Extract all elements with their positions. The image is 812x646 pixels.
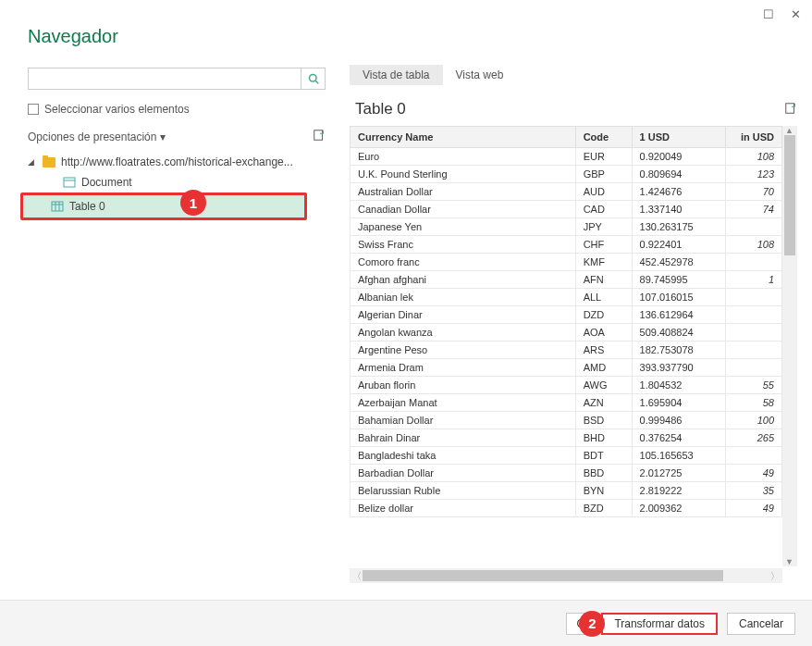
column-currency-name[interactable]: Currency Name	[351, 127, 576, 148]
multi-select-checkbox[interactable]	[28, 104, 39, 115]
table-row[interactable]: Algerian DinarDZD136.612964	[351, 306, 782, 324]
svg-rect-2	[314, 130, 323, 141]
cell-name: Barbadian Dollar	[351, 465, 576, 482]
tree-root[interactable]: ◢ http://www.floatrates.com/historical-e…	[28, 152, 326, 172]
cell-code: AZN	[575, 394, 632, 412]
tree-item-table0[interactable]: Table 0	[20, 193, 307, 220]
scroll-thumb[interactable]	[784, 135, 795, 255]
cell-inusd	[726, 306, 782, 324]
cell-name: Bangladeshi taka	[351, 447, 576, 465]
cell-name: Canadian Dollar	[351, 201, 576, 218]
table-row[interactable]: Australian DollarAUD1.42467670	[351, 183, 782, 201]
tree-item-label: Document	[81, 176, 132, 189]
scroll-down-icon[interactable]: ▼	[785, 557, 794, 566]
table-row[interactable]: Bangladeshi takaBDT105.165653	[351, 447, 782, 465]
cell-code: ALL	[575, 289, 632, 306]
cell-inusd: 1	[726, 271, 782, 289]
scroll-left-icon[interactable]: 〈	[352, 570, 362, 583]
column-code[interactable]: Code	[575, 127, 632, 148]
cell-inusd: 49	[726, 465, 782, 482]
transform-data-button[interactable]: Transformar datos	[601, 613, 718, 635]
tab-web-view[interactable]: Vista web	[443, 65, 517, 85]
tab-table-view[interactable]: Vista de tabla	[350, 65, 443, 85]
cell-usd: 509.408824	[632, 324, 726, 342]
cell-usd: 0.809694	[632, 166, 726, 183]
cell-usd: 1.695904	[632, 394, 726, 412]
page-title: Navegador	[28, 26, 326, 47]
table-row[interactable]: Bahrain DinarBHD0.376254265	[351, 429, 782, 447]
cell-usd: 105.165653	[632, 447, 726, 465]
maximize-button[interactable]: ☐	[763, 7, 774, 21]
view-tabs: Vista de tabla Vista web	[350, 65, 797, 85]
cell-name: Angolan kwanza	[351, 324, 576, 342]
table-row[interactable]: Canadian DollarCAD1.33714074	[351, 201, 782, 218]
cell-usd: 0.999486	[632, 412, 726, 429]
table-row[interactable]: EuroEUR0.920049108	[351, 148, 782, 166]
column-inusd[interactable]: in USD	[726, 127, 782, 148]
cell-code: AOA	[575, 324, 632, 342]
table-row[interactable]: Comoro francKMF452.452978	[351, 254, 782, 271]
refresh-table-icon[interactable]	[784, 102, 797, 118]
cell-code: AUD	[575, 183, 632, 201]
cell-name: Algerian Dinar	[351, 306, 576, 324]
cell-inusd: 70	[726, 183, 782, 201]
table-row[interactable]: Japanese YenJPY130.263175	[351, 218, 782, 236]
cell-inusd	[726, 324, 782, 342]
table-row[interactable]: Belize dollarBZD2.00936249	[351, 500, 782, 517]
cell-code: CAD	[575, 201, 632, 218]
scroll-up-icon[interactable]: ▲	[785, 126, 794, 135]
table-row[interactable]: Angolan kwanzaAOA509.408824	[351, 324, 782, 342]
cell-usd: 2.819222	[632, 482, 726, 500]
cell-name: Bahrain Dinar	[351, 429, 576, 447]
tree-item-document[interactable]: Document	[28, 172, 326, 193]
cell-name: Belize dollar	[351, 500, 576, 517]
horizontal-scrollbar[interactable]: 〈 〉	[350, 568, 782, 583]
cell-inusd: 35	[726, 482, 782, 500]
cell-name: Albanian lek	[351, 289, 576, 306]
search-button[interactable]	[301, 68, 326, 90]
cell-usd: 2.012725	[632, 465, 726, 482]
multi-select-label: Seleccionar varios elementos	[44, 103, 190, 116]
collapse-icon[interactable]: ◢	[28, 157, 37, 167]
column-1usd[interactable]: 1 USD	[632, 127, 726, 148]
cell-inusd: 55	[726, 377, 782, 394]
cell-inusd	[726, 289, 782, 306]
svg-rect-5	[52, 202, 63, 211]
cell-usd: 393.937790	[632, 359, 726, 377]
close-button[interactable]: ✕	[791, 7, 801, 21]
cell-inusd: 265	[726, 429, 782, 447]
multi-select-row[interactable]: Seleccionar varios elementos	[28, 103, 326, 116]
table-row[interactable]: Armenia DramAMD393.937790	[351, 359, 782, 377]
table-row[interactable]: Azerbaijan ManatAZN1.69590458	[351, 394, 782, 412]
cell-usd: 0.922401	[632, 236, 726, 254]
table-row[interactable]: Barbadian DollarBBD2.01272549	[351, 465, 782, 482]
vertical-scrollbar[interactable]: ▲ ▼	[782, 126, 797, 566]
cancel-button[interactable]: Cancelar	[727, 613, 795, 635]
svg-point-0	[309, 75, 316, 82]
scroll-thumb-h[interactable]	[363, 570, 723, 581]
table-row[interactable]: Belarussian RubleBYN2.81922235	[351, 482, 782, 500]
cell-name: Australian Dollar	[351, 183, 576, 201]
cell-usd: 89.745995	[632, 271, 726, 289]
scroll-right-icon[interactable]: 〉	[770, 570, 780, 583]
cell-usd: 1.804532	[632, 377, 726, 394]
table-row[interactable]: Afghan afghaniAFN89.7459951	[351, 271, 782, 289]
cell-code: AWG	[575, 377, 632, 394]
display-options[interactable]: Opciones de presentación ▾	[28, 130, 166, 143]
refresh-icon[interactable]	[313, 129, 326, 144]
table-row[interactable]: U.K. Pound SterlingGBP0.809694123	[351, 166, 782, 183]
cell-code: AFN	[575, 271, 632, 289]
cell-name: Comoro franc	[351, 254, 576, 271]
table-row[interactable]: Albanian lekALL107.016015	[351, 289, 782, 306]
cell-name: Bahamian Dollar	[351, 412, 576, 429]
table-row[interactable]: Aruban florinAWG1.80453255	[351, 377, 782, 394]
table-row[interactable]: Bahamian DollarBSD0.999486100	[351, 412, 782, 429]
table-row[interactable]: Argentine PesoARS182.753078	[351, 342, 782, 359]
cell-code: BSD	[575, 412, 632, 429]
cell-code: DZD	[575, 306, 632, 324]
cell-usd: 1.424676	[632, 183, 726, 201]
chevron-down-icon: ▾	[160, 130, 166, 143]
folder-icon	[43, 157, 55, 168]
table-row[interactable]: Swiss FrancCHF0.922401108	[351, 236, 782, 254]
search-input[interactable]	[28, 68, 301, 90]
